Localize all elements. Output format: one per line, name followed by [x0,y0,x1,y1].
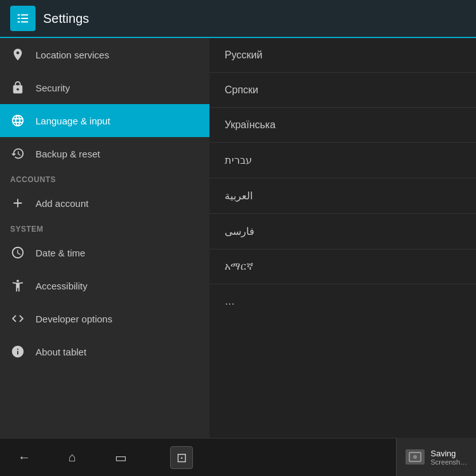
camera-button[interactable]: ⊡ [170,446,193,469]
clock-icon [10,245,25,260]
app-header: Settings [0,0,476,38]
language-item-russian[interactable]: Русский [209,38,476,73]
accessibility-icon [10,278,25,293]
saving-toast-text: Saving Screensh… [431,449,467,466]
info-icon [10,344,25,359]
nav-buttons-group: ← ⌂ ▭ ⊡ [13,446,193,469]
sidebar-item-about-tablet[interactable]: About tablet [0,335,209,368]
saving-screenshot-toast: Saving Screensh… [396,438,476,476]
sidebar-item-label: Location services [36,50,109,60]
language-item-amharic[interactable]: አማርኛ [209,249,476,284]
sidebar: Location services Security Language & in… [0,38,209,438]
language-item-arabic[interactable]: العربية [209,178,476,214]
language-list-panel: Русский Српски Українська עברית العربية … [209,38,476,438]
developer-icon [10,311,25,326]
language-icon [10,113,25,128]
recents-button[interactable]: ▭ [109,446,132,469]
sidebar-item-language-input[interactable]: Language & input [0,104,209,137]
settings-icon [10,6,36,31]
language-item-hebrew[interactable]: עברית [209,143,476,178]
system-section-header: SYSTEM [0,220,209,236]
sidebar-item-security[interactable]: Security [0,71,209,104]
sidebar-item-label: Add account [36,198,88,209]
sidebar-item-label: Language & input [36,116,110,126]
screenshot-thumbnail-icon [406,449,425,465]
sidebar-item-location-services[interactable]: Location services [0,38,209,71]
sidebar-item-label: Developer options [36,314,112,324]
sidebar-item-label: Date & time [36,248,85,258]
accounts-section-header: ACCOUNTS [0,170,209,187]
page-title: Settings [43,11,89,26]
svg-point-1 [413,455,417,459]
back-button[interactable]: ← [13,446,36,469]
language-item-farsi[interactable]: فارسی [209,214,476,249]
add-icon [10,195,25,211]
language-item-ukrainian[interactable]: Українська [209,108,476,143]
lock-icon [10,80,25,95]
sidebar-item-backup-reset[interactable]: Backup & reset [0,137,209,170]
sidebar-item-label: Backup & reset [36,149,100,159]
backup-icon [10,146,25,161]
sidebar-item-label: About tablet [36,347,86,357]
sidebar-item-label: Security [36,83,70,93]
language-item-more[interactable]: … [209,284,476,319]
main-content: Location services Security Language & in… [0,38,476,438]
sidebar-item-developer-options[interactable]: Developer options [0,302,209,335]
sidebar-item-add-account[interactable]: Add account [0,187,209,220]
home-button[interactable]: ⌂ [61,446,84,469]
language-item-serbian[interactable]: Српски [209,73,476,108]
navigation-bar: ← ⌂ ▭ ⊡ Saving Screensh… [0,438,476,476]
sidebar-item-date-time[interactable]: Date & time [0,236,209,269]
location-icon [10,47,25,62]
sidebar-item-label: Accessibility [36,281,88,291]
sidebar-item-accessibility[interactable]: Accessibility [0,269,209,302]
